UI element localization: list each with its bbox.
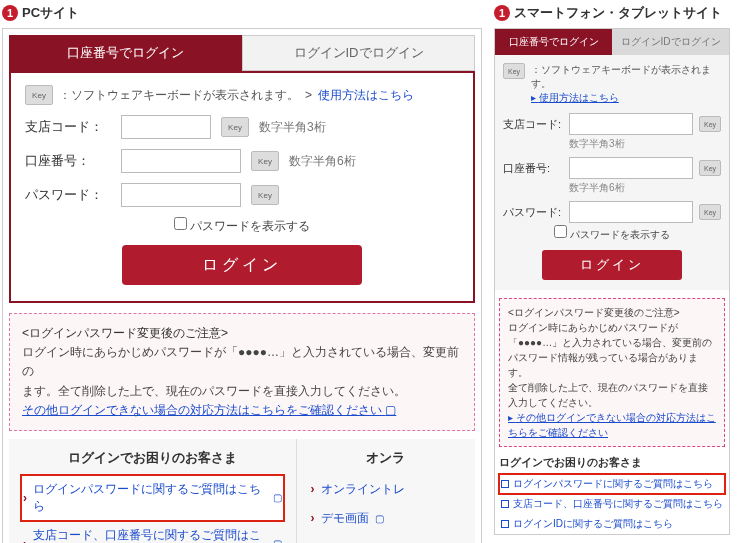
show-password-checkbox[interactable]: パスワードを表示する	[554, 229, 670, 240]
help-online-trade-link[interactable]: › オンライントレ	[309, 475, 463, 504]
square-bullet-icon	[501, 480, 509, 488]
external-link-icon: ▢	[273, 538, 282, 543]
help-demo-link[interactable]: › デモ画面▢	[309, 504, 463, 533]
branch-label: 支店コード:	[503, 117, 563, 132]
keyboard-icon[interactable]: Key	[699, 116, 721, 132]
keyboard-icon[interactable]: Key	[221, 117, 249, 137]
pc-panel: 口座番号でログイン ログインIDでログイン Key ：ソフトウェアキーボードが表…	[2, 28, 482, 543]
branch-input[interactable]	[121, 115, 211, 139]
help-left-heading: ログインでお困りのお客さま	[21, 449, 284, 467]
branch-hint: 数字半角3桁	[259, 119, 326, 136]
help-heading: ログインでお困りのお客さま	[499, 455, 725, 470]
kb-hint-text: ：ソフトウェアキーボードが表示されます。	[59, 87, 299, 104]
notice-title: <ログインパスワード変更後のご注意>	[508, 305, 716, 320]
help-loginid-link[interactable]: ログインIDに関するご質問はこちら	[499, 514, 725, 534]
account-label: 口座番号:	[503, 161, 563, 176]
account-input[interactable]	[121, 149, 241, 173]
kb-usage-link[interactable]: 使用方法はこちら	[318, 87, 414, 104]
sp-section-title: 1 スマートフォン・タブレットサイト	[494, 0, 730, 28]
notice-body: ログイン時にあらかじめパスワードが「●●●●…」と入力されている場合、変更前のパ…	[508, 320, 716, 410]
kb-hint-text: ：ソフトウェアキーボードが表示されます。	[531, 64, 711, 89]
show-password-input[interactable]	[554, 225, 567, 238]
keyboard-icon[interactable]: Key	[699, 160, 721, 176]
branch-input[interactable]	[569, 113, 693, 135]
branch-hint: 数字半角3桁	[569, 137, 721, 151]
tab-id-login[interactable]: ログインIDでログイン	[242, 35, 475, 71]
notice-link[interactable]: ▸ その他ログインできない場合の対応方法はこちらをご確認ください	[508, 412, 716, 438]
account-label: 口座番号：	[25, 152, 111, 170]
external-link-icon: ▢	[273, 492, 282, 503]
external-link-icon: ▢	[385, 403, 396, 417]
pc-title-text: PCサイト	[22, 4, 79, 22]
chevron-right-icon: ›	[311, 511, 315, 525]
sp-help-section: ログインでお困りのお客さま ログインパスワードに関するご質問はこちら 支店コード…	[499, 455, 725, 534]
help-password-link[interactable]: › ログインパスワードに関するご質問はこちら▢	[21, 475, 284, 521]
help-branch-account-link[interactable]: › 支店コード、口座番号に関するご質問はこちら▢	[21, 521, 284, 543]
pc-login-box: Key ：ソフトウェアキーボードが表示されます。 > 使用方法はこちら 支店コー…	[9, 71, 475, 303]
login-button[interactable]: ログイン	[542, 250, 682, 280]
account-hint: 数字半角6桁	[569, 181, 721, 195]
notice-line2: ます。全て削除した上で、現在のパスワードを直接入力してください。	[22, 382, 462, 401]
password-input[interactable]	[569, 201, 693, 223]
kb-link-prefix: >	[305, 88, 312, 102]
password-label: パスワード：	[25, 186, 111, 204]
help-password-link[interactable]: ログインパスワードに関するご質問はこちら	[499, 474, 725, 494]
kb-usage-link[interactable]: ▸ 使用方法はこちら	[531, 91, 721, 105]
tab-id-login[interactable]: ログインIDでログイン	[612, 29, 729, 55]
sp-notice: <ログインパスワード変更後のご注意> ログイン時にあらかじめパスワードが「●●●…	[499, 298, 725, 447]
pc-notice: <ログインパスワード変更後のご注意> ログイン時にあらかじめパスワードが「●●●…	[9, 313, 475, 431]
sp-title-text: スマートフォン・タブレットサイト	[514, 4, 722, 22]
show-password-checkbox[interactable]: パスワードを表示する	[174, 219, 310, 233]
tab-account-login[interactable]: 口座番号でログイン	[495, 29, 612, 55]
show-password-label: パスワードを表示する	[570, 229, 670, 240]
badge-one-icon: 1	[2, 5, 18, 21]
branch-label: 支店コード：	[25, 118, 111, 136]
account-hint: 数字半角6桁	[289, 153, 356, 170]
external-link-icon: ▢	[375, 513, 384, 524]
square-bullet-icon	[501, 520, 509, 528]
password-label: パスワード:	[503, 205, 563, 220]
show-password-label: パスワードを表示する	[190, 219, 310, 233]
show-password-input[interactable]	[174, 217, 187, 230]
notice-title: <ログインパスワード変更後のご注意>	[22, 324, 462, 343]
keyboard-icon[interactable]: Key	[251, 185, 279, 205]
chevron-right-icon: ›	[23, 537, 27, 543]
keyboard-icon[interactable]: Key	[699, 204, 721, 220]
notice-link[interactable]: その他ログインできない場合の対応方法はこちらをご確認ください ▢	[22, 403, 396, 417]
square-bullet-icon	[501, 500, 509, 508]
help-right-heading: オンラ	[309, 449, 463, 467]
account-input[interactable]	[569, 157, 693, 179]
help-branch-account-link[interactable]: 支店コード、口座番号に関するご質問はこちら	[499, 494, 725, 514]
chevron-right-icon: ›	[23, 491, 27, 505]
keyboard-icon: Key	[25, 85, 53, 105]
tab-account-login[interactable]: 口座番号でログイン	[9, 35, 242, 71]
notice-line1: ログイン時にあらかじめパスワードが「●●●●…」と入力されている場合、変更前の	[22, 343, 462, 381]
sp-panel: 口座番号でログイン ログインIDでログイン Key ：ソフトウェアキーボードが表…	[494, 28, 730, 535]
password-input[interactable]	[121, 183, 241, 207]
keyboard-icon[interactable]: Key	[251, 151, 279, 171]
badge-one-icon: 1	[494, 5, 510, 21]
pc-section-title: 1 PCサイト	[2, 0, 482, 28]
keyboard-icon: Key	[503, 63, 525, 79]
chevron-right-icon: ›	[311, 482, 315, 496]
login-button[interactable]: ログイン	[122, 245, 362, 285]
pc-help-section: ログインでお困りのお客さま › ログインパスワードに関するご質問はこちら▢ › …	[9, 439, 475, 543]
